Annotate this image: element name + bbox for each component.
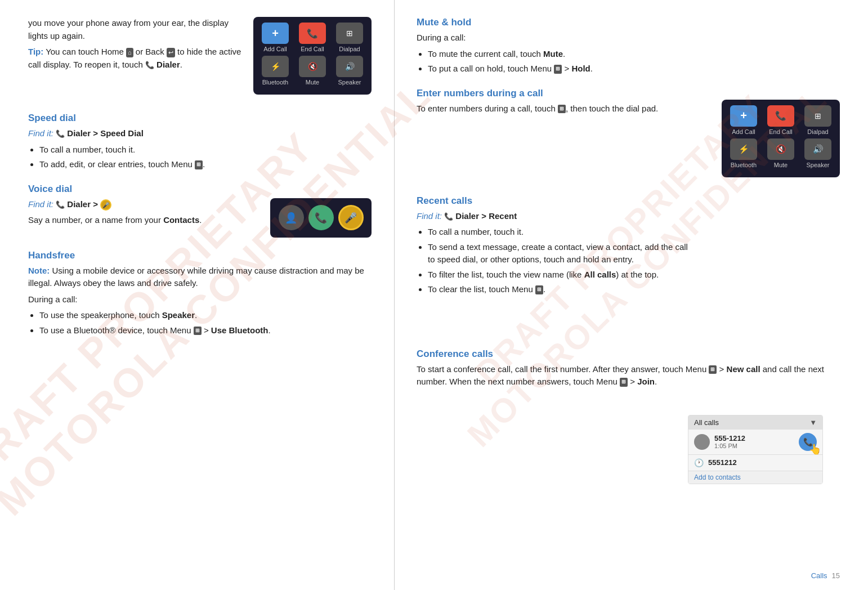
menu-icon-2: ⊞ bbox=[194, 327, 202, 336]
mute-item-1: To mute the current call, touch Mute. bbox=[428, 48, 840, 61]
add-call-btn[interactable]: + Add Call bbox=[258, 23, 293, 52]
avatar-1 bbox=[694, 434, 710, 450]
recent-find-text: Dialer > Recent bbox=[455, 211, 517, 221]
recent-item-3: To filter the list, touch the view name … bbox=[428, 269, 693, 281]
dialpad-btn[interactable]: ⊞ Dialpad bbox=[332, 23, 367, 52]
menu-icon-1: ⊞ bbox=[195, 160, 203, 169]
bluetooth-label-w2: Bluetooth bbox=[731, 162, 757, 168]
voice-dial-title: Voice dial bbox=[28, 184, 372, 195]
dialer-icon-recent: 📞 bbox=[444, 211, 453, 222]
use-bluetooth-word: Use Bluetooth bbox=[211, 325, 269, 335]
find-label-2: Find it: bbox=[28, 199, 53, 209]
add-call-label: Add Call bbox=[263, 46, 287, 52]
mute-hold-title: Mute & hold bbox=[417, 17, 840, 28]
speaker-icon-w2: 🔊 bbox=[813, 144, 824, 154]
speed-dial-item-1: To call a number, touch it. bbox=[39, 144, 372, 157]
handsfree-item-2: To use a Bluetooth® device, touch Menu ⊞… bbox=[39, 324, 372, 337]
mute-btn-w1[interactable]: 🔇 Mute bbox=[295, 56, 330, 86]
speed-dial-item-2: To add, edit, or clear entries, touch Me… bbox=[39, 158, 372, 171]
speaker-word: Speaker bbox=[162, 310, 195, 320]
phone-number-2: 5551212 bbox=[708, 458, 737, 467]
phone-end-icon-2: 📞 bbox=[775, 110, 786, 121]
join-word: Join bbox=[637, 377, 655, 386]
new-call-word: New call bbox=[727, 364, 760, 374]
conference-calls-section: Conference calls To start a conference c… bbox=[417, 348, 840, 388]
add-call-btn-2[interactable]: + Add Call bbox=[726, 105, 761, 135]
right-column: Mute & hold During a call: To mute the c… bbox=[394, 0, 868, 590]
call-button-1[interactable]: 📞 👆 bbox=[799, 433, 817, 451]
note-text: Using a mobile device or accessory while… bbox=[28, 266, 364, 288]
plus-icon-2: + bbox=[740, 109, 747, 122]
phone-widget-1: + Add Call 📞 End Call ⊞ Dialpad bbox=[253, 17, 372, 95]
dialer-icon-3: 📞 bbox=[56, 199, 65, 211]
recent-item-1: To call a number, touch it. bbox=[428, 226, 693, 239]
speaker-label-w1: Speaker bbox=[338, 79, 361, 86]
phone-icon-vd-glyph: 📞 bbox=[315, 212, 327, 224]
back-icon: ↩ bbox=[167, 48, 175, 57]
find-label-3: Find it: bbox=[417, 211, 442, 221]
menu-icon-6: ⊞ bbox=[620, 378, 628, 387]
recent-call-item-2[interactable]: 🕐 5551212 bbox=[688, 455, 822, 471]
handsfree-item-1: To use the speakerphone, touch Speaker. bbox=[39, 309, 372, 322]
tap-icon: 👆 bbox=[809, 443, 821, 455]
recent-calls-list: To call a number, touch it. To send a te… bbox=[428, 226, 693, 296]
page: + Add Call 📞 End Call ⊞ Dialpad bbox=[0, 0, 868, 590]
speaker-btn-w2[interactable]: 🔊 Speaker bbox=[800, 138, 835, 168]
speaker-icon-w1: 🔊 bbox=[345, 62, 355, 71]
speaker-btn-w1[interactable]: 🔊 Speaker bbox=[332, 56, 367, 86]
phone-end-icon: 📞 bbox=[307, 28, 318, 39]
dialpad-inline-icon: ⊞ bbox=[558, 105, 566, 114]
recent-calls-widget: All calls ▼ 555-1212 1:05 PM 📞 👆 🕐 bbox=[688, 415, 823, 484]
contacts-icon: 👤 bbox=[279, 205, 304, 230]
bluetooth-label-w1: Bluetooth bbox=[262, 79, 288, 86]
speaker-label-w2: Speaker bbox=[807, 162, 830, 168]
dialpad-label-2: Dialpad bbox=[807, 128, 828, 135]
enter-numbers-title: Enter numbers during a call bbox=[417, 88, 840, 99]
recent-call-item-1[interactable]: 555-1212 1:05 PM 📞 👆 bbox=[688, 430, 822, 455]
tip-content: You can touch Home ⌂ or Back ↩ to hide t… bbox=[28, 47, 241, 69]
bluetooth-btn-w2[interactable]: ⚡ Bluetooth bbox=[726, 138, 761, 168]
voice-dial-section: Voice dial Find it: 📞 Dialer > 🎤 Say a n… bbox=[28, 184, 372, 238]
mute-label-w1: Mute bbox=[306, 79, 319, 86]
clock-icon: 🕐 bbox=[694, 458, 704, 467]
add-to-contacts[interactable]: Add to contacts bbox=[688, 471, 822, 484]
recent-item-2: To send a text message, create a contact… bbox=[428, 241, 693, 266]
mute-item-2: To put a call on hold, touch Menu ⊞ > Ho… bbox=[428, 62, 840, 75]
handsfree-title: Handsfree bbox=[28, 250, 372, 261]
speed-dial-title: Speed dial bbox=[28, 113, 372, 124]
all-calls-word: All calls bbox=[584, 270, 616, 279]
menu-icon-4: ⊞ bbox=[535, 285, 543, 294]
mute-btn-w2[interactable]: 🔇 Mute bbox=[763, 138, 798, 168]
recent-item-4: To clear the list, touch Menu ⊞. bbox=[428, 283, 693, 296]
recent-calls-title: Recent calls bbox=[417, 195, 840, 207]
mute-hold-list: To mute the current call, touch Mute. To… bbox=[428, 48, 840, 75]
recent-header[interactable]: All calls ▼ bbox=[688, 415, 822, 430]
mute-icon-w1: 🔇 bbox=[308, 62, 317, 71]
bluetooth-btn-w1[interactable]: ⚡ Bluetooth bbox=[258, 56, 293, 86]
mute-hold-section: Mute & hold During a call: To mute the c… bbox=[417, 17, 840, 75]
left-column: + Add Call 📞 End Call ⊞ Dialpad bbox=[0, 0, 394, 590]
conference-calls-text: To start a conference call, call the fir… bbox=[417, 363, 840, 388]
mic-icon: 🎤 bbox=[344, 212, 357, 224]
all-calls-header: All calls bbox=[694, 418, 719, 427]
voice-icon-vd: 🎤 bbox=[338, 205, 364, 230]
home-icon: ⌂ bbox=[126, 48, 133, 57]
menu-icon-5: ⊞ bbox=[709, 365, 717, 374]
handsfree-note: Note: Using a mobile device or accessory… bbox=[28, 265, 372, 290]
hold-word: Hold bbox=[571, 64, 590, 73]
mute-icon-w2: 🔇 bbox=[776, 144, 786, 154]
end-call-btn-2[interactable]: 📞 End Call bbox=[763, 105, 798, 135]
call-info-1: 555-1212 1:05 PM bbox=[714, 434, 745, 449]
dialpad-btn-2[interactable]: ⊞ Dialpad bbox=[800, 105, 835, 135]
speed-dial-find-text: Dialer > Speed Dial bbox=[67, 128, 143, 138]
mute-word: Mute bbox=[543, 49, 563, 59]
end-call-btn[interactable]: 📞 End Call bbox=[295, 23, 330, 52]
end-call-label: End Call bbox=[301, 46, 324, 52]
footer-page-number: 15 bbox=[832, 571, 840, 580]
intro-section: + Add Call 📞 End Call ⊞ Dialpad bbox=[28, 17, 372, 100]
mute-during: During a call: bbox=[417, 32, 840, 44]
contacts-word: Contacts bbox=[163, 215, 199, 225]
voice-dial-widget: 👤 📞 🎤 bbox=[270, 198, 372, 238]
dialpad-label: Dialpad bbox=[339, 46, 360, 52]
handsfree-section: Handsfree Note: Using a mobile device or… bbox=[28, 250, 372, 337]
